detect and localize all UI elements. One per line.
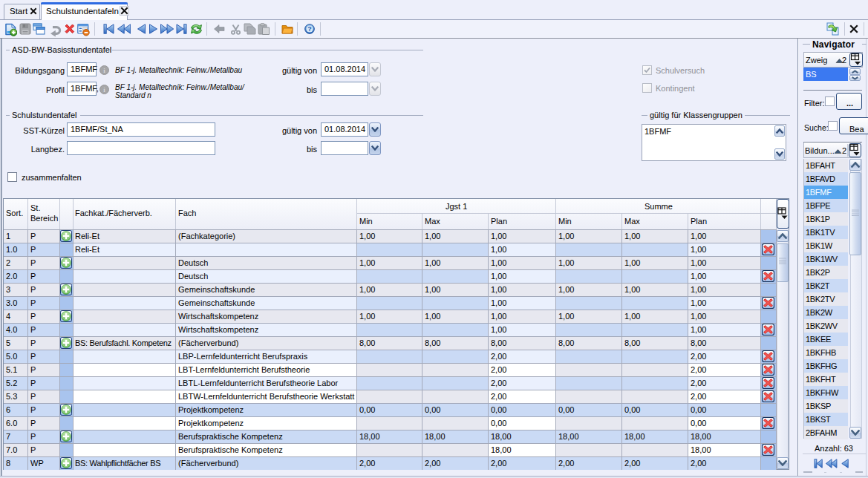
svg-text:?: ? [307, 25, 312, 33]
